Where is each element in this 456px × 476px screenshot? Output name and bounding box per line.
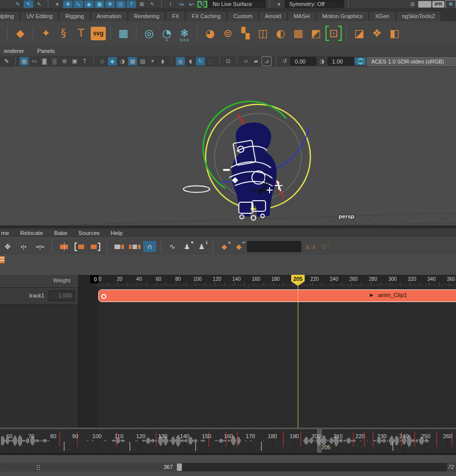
- make-live-icon[interactable]: ◎: [116, 1, 125, 8]
- mash-grid-icon[interactable]: ▚: [237, 25, 253, 41]
- delete-time-icon[interactable]: ◔✕: [159, 25, 175, 41]
- te-menu-bake[interactable]: Bake: [54, 230, 67, 236]
- menu-panels[interactable]: Panels: [37, 48, 55, 54]
- live-surface-field[interactable]: No Live Surface: [208, 0, 266, 9]
- mash-replicate-icon[interactable]: ▦: [290, 25, 306, 41]
- ipr-render-button[interactable]: IPR: [432, 1, 444, 8]
- platonic-solid-icon[interactable]: ◆: [12, 25, 28, 41]
- te-razor-clip-icon[interactable]: [57, 241, 71, 252]
- swatch-button[interactable]: [418, 1, 431, 8]
- highlight-selection-icon[interactable]: ↖: [148, 1, 157, 8]
- te-frame-all-icon[interactable]: =|=: [32, 241, 47, 252]
- select-tool-icon[interactable]: ↖: [13, 1, 23, 8]
- snap-projected-center-icon[interactable]: ▣: [95, 1, 104, 8]
- menu-renderer[interactable]: enderer: [4, 48, 24, 54]
- mash-orient-icon[interactable]: ◐: [273, 25, 289, 41]
- render-settings-icon[interactable]: ✲: [445, 0, 456, 9]
- frame-ruler[interactable]: 0204060801001201401601802002202402602803…: [79, 275, 456, 287]
- grease-pencil-icon[interactable]: ✎: [2, 57, 11, 66]
- type-text-icon[interactable]: T: [73, 25, 89, 41]
- svg-icon[interactable]: svg: [91, 27, 106, 40]
- shelf-tab-rendering[interactable]: Rendering: [128, 12, 165, 21]
- safe-action-icon[interactable]: ▣: [70, 57, 79, 66]
- snap-grid-icon[interactable]: ✚: [63, 1, 73, 8]
- falloff-icon[interactable]: ❖: [369, 25, 385, 41]
- te-retarget-character-icon[interactable]: ♟↓: [195, 241, 208, 252]
- lasso-select-tool-icon[interactable]: ↖: [24, 1, 33, 8]
- clip-play-icon[interactable]: ▶: [370, 292, 373, 298]
- xray-icon[interactable]: ▱: [241, 57, 250, 66]
- te-menu-sources[interactable]: Sources: [79, 230, 100, 236]
- snap-curve-icon[interactable]: ∿: [74, 1, 83, 8]
- exposure-field[interactable]: 0.00: [290, 57, 316, 66]
- shelf-tab-ngskintools2[interactable]: ngSkinTools2: [397, 12, 440, 21]
- mash-world-icon[interactable]: ⊡: [325, 25, 342, 41]
- mash-mirror-icon[interactable]: ◫: [255, 25, 271, 41]
- motion-blur-icon[interactable]: ◖: [186, 57, 195, 66]
- helix-icon[interactable]: §: [55, 25, 72, 41]
- live-surface-dropdown-icon[interactable]: ▾: [274, 1, 284, 8]
- range-slider-groove[interactable]: 367: [0, 463, 447, 471]
- shelf-tab-motion-graphics[interactable]: Motion Graphics: [316, 12, 368, 21]
- exposure-icon[interactable]: ↺: [280, 57, 289, 66]
- lock-selection-icon[interactable]: ⊠: [137, 1, 147, 8]
- te-keyzero-disabled-icon[interactable]: o⁺: [319, 241, 333, 252]
- te-menu-help[interactable]: Help: [111, 230, 123, 236]
- te-mute-curve-icon[interactable]: ∿: [166, 241, 179, 252]
- mash-layers-icon[interactable]: ⊜: [220, 25, 236, 41]
- gate-mask-icon[interactable]: ◙: [50, 57, 59, 66]
- gamma-icon[interactable]: ◑: [317, 57, 327, 66]
- track-row[interactable]: track1 1.000: [0, 288, 78, 305]
- color-management-toggle[interactable]: ON: [355, 57, 366, 65]
- resolution-gate-icon[interactable]: ◙: [40, 57, 49, 66]
- ambient-occlusion-icon[interactable]: ◍: [176, 57, 185, 66]
- paint-select-tool-icon[interactable]: ↖: [34, 1, 44, 8]
- film-gate-icon[interactable]: ▭: [30, 57, 39, 66]
- shelf-tab-xgen[interactable]: XGen: [370, 12, 395, 21]
- shelf-tab-mash[interactable]: MASH: [288, 12, 315, 21]
- live-surface-icon[interactable]: ↻: [198, 1, 207, 8]
- te-trim-before-icon[interactable]: [73, 241, 87, 252]
- mash-transform-icon[interactable]: ◩: [308, 25, 324, 41]
- snap-help-icon[interactable]: ?: [126, 1, 136, 8]
- wireframe-icon[interactable]: ◇: [98, 57, 107, 66]
- isolate-select-icon[interactable]: ⊡: [224, 57, 233, 66]
- te-ripple-insert-icon[interactable]: [112, 241, 126, 252]
- mash-distribute-icon[interactable]: ◕: [202, 25, 218, 41]
- input-connections-icon[interactable]: ≀: [166, 1, 175, 8]
- shelf-tab-custom[interactable]: Custom: [228, 12, 258, 21]
- extrude-icon[interactable]: ◪: [351, 25, 367, 41]
- snap-point-icon[interactable]: ◆: [84, 1, 94, 8]
- safe-title-icon[interactable]: T: [80, 57, 89, 66]
- symmetry-field[interactable]: Symmetry: Off: [285, 0, 344, 9]
- shelf-tab-uv-editing[interactable]: UV Editing: [21, 12, 58, 21]
- viewport[interactable]: persp: [0, 67, 456, 225]
- depth-peeling-icon[interactable]: ▢: [206, 57, 215, 66]
- gamma-field[interactable]: 1.00: [328, 57, 354, 66]
- sparkle-icon[interactable]: ✦: [38, 25, 54, 41]
- te-add-relocator-icon[interactable]: ◆⌐: [232, 241, 245, 252]
- shelf-tab-animation[interactable]: Animation: [91, 12, 127, 21]
- range-grip-icon[interactable]: [37, 465, 38, 466]
- field-chart-icon[interactable]: ⊞: [60, 57, 69, 66]
- visibility-eye-icon[interactable]: ⊙: [408, 1, 417, 8]
- te-menu-relocate[interactable]: Relocate: [20, 230, 43, 236]
- character-mesh[interactable]: [232, 123, 277, 217]
- construction-history-icon[interactable]: ↝: [176, 1, 186, 8]
- xray-joints-icon[interactable]: ▰: [251, 57, 260, 66]
- lighting-icon[interactable]: ☀: [148, 57, 157, 66]
- track-timeline-area[interactable]: 0204060801001201401601802002202402602803…: [79, 275, 456, 428]
- snap-view-plane-icon[interactable]: ❖: [105, 1, 115, 8]
- te-trim-after-icon[interactable]: [88, 241, 102, 252]
- te-name-field[interactable]: [247, 241, 301, 252]
- shaded-wire-icon[interactable]: ◑: [118, 57, 127, 66]
- shelf-tab-arnold[interactable]: Arnold: [259, 12, 287, 21]
- unwrap-cube-icon[interactable]: ◧: [386, 25, 403, 41]
- track-name[interactable]: track1: [29, 292, 44, 299]
- shelf-tab-rigging[interactable]: Rigging: [59, 12, 89, 21]
- track-weight-field[interactable]: 1.000: [49, 290, 75, 301]
- range-slider-handle[interactable]: [177, 463, 182, 471]
- time-editor-panel-icon[interactable]: [0, 256, 5, 263]
- expand-panel-icon[interactable]: ⊿: [262, 56, 272, 66]
- tool-history-dropdown-icon[interactable]: ▾: [52, 1, 62, 8]
